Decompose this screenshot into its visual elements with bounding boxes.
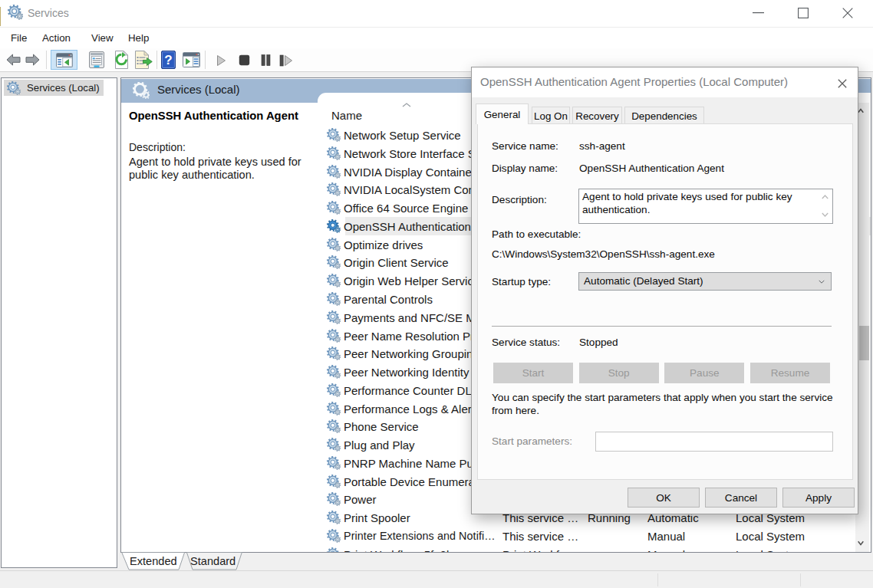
svg-text:?: ?	[164, 53, 172, 67]
